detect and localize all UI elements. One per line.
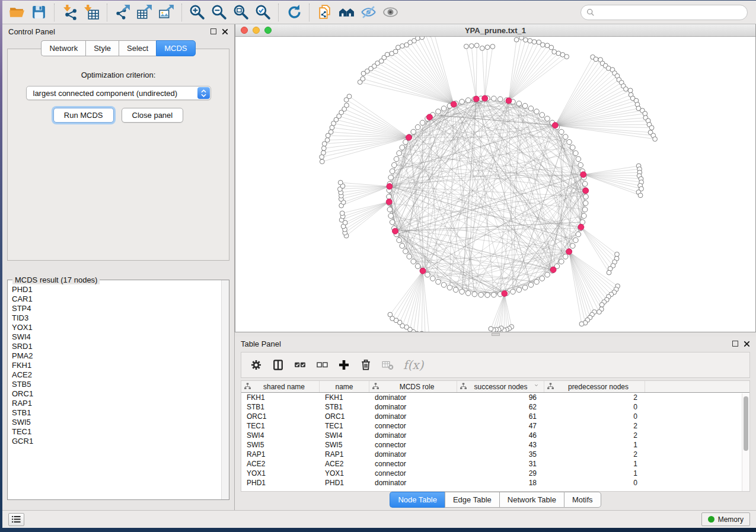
table-cell[interactable]: 2 bbox=[544, 450, 645, 459]
network-node[interactable] bbox=[453, 287, 458, 293]
network-node[interactable] bbox=[419, 331, 424, 332]
network-node[interactable] bbox=[394, 156, 399, 162]
network-node[interactable] bbox=[597, 310, 602, 315]
network-node[interactable] bbox=[540, 276, 545, 281]
column-header-name[interactable]: name bbox=[320, 381, 369, 392]
table-cell[interactable]: 0 bbox=[544, 412, 645, 421]
network-node[interactable] bbox=[583, 201, 588, 206]
table-cell[interactable]: 2 bbox=[544, 431, 645, 440]
network-node[interactable] bbox=[545, 116, 550, 121]
mcds-result-item[interactable]: STB1 bbox=[12, 408, 221, 418]
network-node[interactable] bbox=[599, 303, 604, 307]
dominator-node[interactable] bbox=[482, 95, 488, 101]
mcds-result-item[interactable]: PMA2 bbox=[12, 351, 221, 361]
table-cell[interactable]: dominator bbox=[369, 412, 457, 421]
network-node[interactable] bbox=[441, 283, 446, 288]
close-panel-button[interactable]: Close panel bbox=[122, 108, 184, 123]
table-cell[interactable]: STB1 bbox=[241, 402, 320, 412]
network-node[interactable] bbox=[465, 291, 471, 296]
network-node[interactable] bbox=[579, 322, 584, 326]
splitter-grip[interactable] bbox=[492, 333, 500, 336]
import-network-button[interactable] bbox=[59, 2, 81, 23]
export-image-button[interactable] bbox=[155, 2, 177, 23]
tab-network-table[interactable]: Network Table bbox=[499, 492, 564, 508]
network-node[interactable] bbox=[390, 169, 395, 174]
network-node[interactable] bbox=[514, 37, 519, 42]
table-cell[interactable]: connector bbox=[369, 440, 457, 450]
dominator-node[interactable] bbox=[393, 228, 398, 234]
network-node[interactable] bbox=[573, 150, 579, 156]
table-cell[interactable]: STB1 bbox=[320, 402, 369, 412]
table-cell[interactable]: 18 bbox=[457, 478, 544, 488]
network-node[interactable] bbox=[392, 162, 397, 168]
table-cell[interactable]: ORC1 bbox=[320, 412, 369, 421]
network-node[interactable] bbox=[415, 264, 420, 269]
column-header-successor-nodes[interactable]: successor nodes bbox=[457, 381, 544, 392]
network-node[interactable] bbox=[528, 283, 534, 288]
network-node[interactable] bbox=[387, 207, 393, 212]
network-node[interactable] bbox=[607, 270, 611, 275]
network-node[interactable] bbox=[321, 150, 326, 155]
network-node[interactable] bbox=[400, 44, 405, 49]
network-node[interactable] bbox=[460, 289, 465, 294]
table-cell[interactable]: ACE2 bbox=[241, 459, 320, 469]
network-node[interactable] bbox=[573, 238, 579, 243]
table-cell[interactable]: RAP1 bbox=[320, 450, 369, 459]
network-node[interactable] bbox=[403, 249, 409, 254]
network-node[interactable] bbox=[397, 150, 402, 156]
dominator-node[interactable] bbox=[426, 114, 432, 120]
search-field[interactable] bbox=[580, 5, 748, 20]
tab-edge-table[interactable]: Edge Table bbox=[445, 492, 499, 508]
network-node[interactable] bbox=[441, 106, 446, 111]
table-row[interactable]: TEC1TEC1connector472 bbox=[241, 421, 749, 431]
mcds-result-item[interactable]: RAP1 bbox=[12, 399, 221, 408]
dominator-node[interactable] bbox=[552, 123, 558, 129]
table-cell[interactable]: 61 bbox=[457, 412, 544, 421]
mcds-result-item[interactable]: TID3 bbox=[12, 313, 221, 323]
network-node[interactable] bbox=[556, 51, 561, 56]
network-node[interactable] bbox=[567, 139, 572, 145]
network-node[interactable] bbox=[516, 287, 522, 293]
table-cell[interactable]: 29 bbox=[457, 469, 544, 478]
table-cell[interactable]: 1 bbox=[544, 459, 645, 469]
table-cell[interactable]: PHD1 bbox=[241, 478, 320, 488]
dominator-node[interactable] bbox=[566, 249, 572, 255]
show-column-button[interactable] bbox=[272, 358, 285, 371]
table-row[interactable]: FKH1FKH1dominator962 bbox=[241, 393, 749, 402]
mcds-result-item[interactable]: ORC1 bbox=[12, 389, 221, 399]
mcds-result-list[interactable]: PHD1CAR1STP4TID3YOX1SWI4SRD1PMA2FKH1ACE2… bbox=[8, 280, 221, 499]
mcds-result-item[interactable]: SWI5 bbox=[12, 418, 221, 427]
float-icon[interactable] bbox=[732, 341, 738, 347]
network-node[interactable] bbox=[320, 159, 324, 164]
criterion-select[interactable]: largest connected component (undirected) bbox=[26, 86, 211, 100]
network-node[interactable] bbox=[338, 180, 343, 185]
mcds-result-item[interactable]: TEC1 bbox=[12, 427, 221, 437]
mcds-result-item[interactable]: STP4 bbox=[12, 304, 221, 313]
network-node[interactable] bbox=[400, 145, 405, 150]
network-node[interactable] bbox=[388, 312, 393, 317]
tab-motifs[interactable]: Motifs bbox=[564, 492, 601, 508]
mcds-result-item[interactable]: PHD1 bbox=[12, 285, 221, 294]
network-node[interactable] bbox=[549, 45, 554, 50]
dominator-node[interactable] bbox=[578, 224, 584, 230]
table-row[interactable]: YOX1YOX1connector291 bbox=[241, 469, 749, 478]
network-node[interactable] bbox=[460, 99, 465, 104]
tab-mcds[interactable]: MCDS bbox=[156, 40, 195, 56]
network-node[interactable] bbox=[385, 52, 390, 57]
network-node[interactable] bbox=[490, 44, 495, 49]
network-node[interactable] bbox=[615, 252, 620, 257]
dominator-node[interactable] bbox=[451, 101, 457, 107]
network-node[interactable] bbox=[388, 213, 394, 219]
table-cell[interactable]: connector bbox=[369, 459, 457, 469]
network-node[interactable] bbox=[361, 76, 365, 81]
tab-network[interactable]: Network bbox=[41, 40, 85, 56]
float-icon[interactable] bbox=[210, 28, 216, 34]
network-node[interactable] bbox=[545, 272, 550, 277]
network-node[interactable] bbox=[411, 129, 416, 134]
delete-row-button[interactable] bbox=[359, 358, 372, 371]
table-cell[interactable]: FKH1 bbox=[241, 393, 320, 402]
network-node[interactable] bbox=[522, 285, 528, 290]
network-node[interactable] bbox=[492, 292, 497, 297]
table-cell[interactable]: connector bbox=[369, 421, 457, 431]
export-table-button[interactable] bbox=[133, 2, 155, 23]
